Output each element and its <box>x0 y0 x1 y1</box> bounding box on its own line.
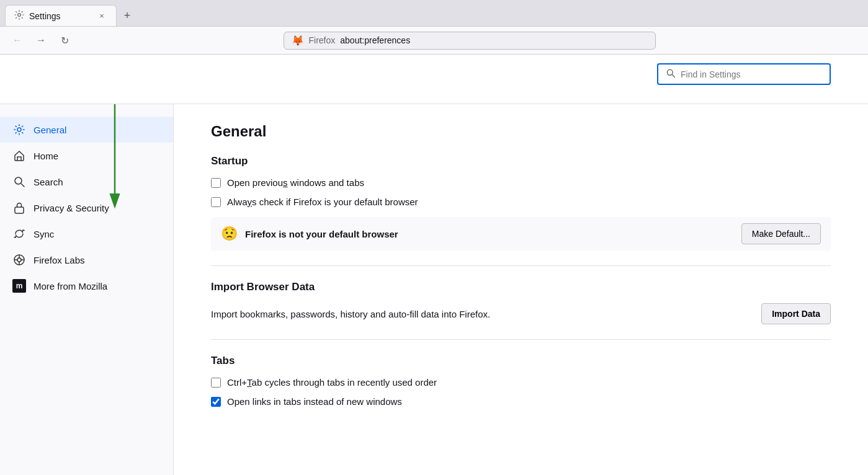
page-title: General <box>211 123 831 140</box>
divider-2 <box>211 339 831 340</box>
sidebar-item-privacy[interactable]: Privacy & Security <box>0 195 173 221</box>
gear-icon <box>12 123 26 136</box>
sidebar-item-home-label: Home <box>34 151 58 161</box>
ctrl-tab-checkbox[interactable] <box>211 378 221 388</box>
startup-section-title: Startup <box>211 155 831 167</box>
sidebar-item-labs-label: Firefox Labs <box>34 255 85 265</box>
import-section-title: Import Browser Data <box>211 281 831 293</box>
tabs-section-title: Tabs <box>211 355 831 367</box>
firefox-icon: 🦊 <box>292 35 304 47</box>
divider-1 <box>211 265 831 266</box>
sidebar-item-sync[interactable]: Sync <box>0 221 173 247</box>
ctrl-tab-row: Ctrl+Tab cycles through tabs in recently… <box>211 377 831 388</box>
open-links-row: Open links in tabs instead of new window… <box>211 396 831 407</box>
url-input[interactable] <box>340 35 647 45</box>
import-row: Import bookmarks, passwords, history and… <box>211 303 831 324</box>
svg-rect-5 <box>15 207 24 213</box>
sidebar-item-mozilla-label: More from Mozilla <box>34 281 107 291</box>
sidebar-item-sync-label: Sync <box>34 229 54 239</box>
sidebar-item-home[interactable]: Home <box>0 143 173 169</box>
svg-point-7 <box>17 258 21 262</box>
ctrl-tab-label[interactable]: Ctrl+Tab cycles through tabs in recently… <box>227 377 437 388</box>
settings-tab-icon <box>14 10 24 22</box>
import-description: Import bookmarks, passwords, history and… <box>211 309 749 319</box>
default-browser-row: Always check if Firefox is your default … <box>211 197 831 207</box>
sidebar-item-privacy-label: Privacy & Security <box>34 203 109 213</box>
sidebar: General Home Search <box>0 104 174 475</box>
make-default-button[interactable]: Make Default... <box>741 223 821 244</box>
sidebar-item-search[interactable]: Search <box>0 169 173 195</box>
new-tab-button[interactable]: + <box>118 6 136 25</box>
search-input[interactable] <box>681 69 822 79</box>
sidebar-item-firefox-labs[interactable]: Firefox Labs <box>0 247 173 273</box>
lock-icon <box>12 201 26 215</box>
labs-icon <box>12 253 26 267</box>
import-data-button[interactable]: Import Data <box>761 303 831 324</box>
svg-point-1 <box>17 128 21 131</box>
sad-emoji: 😟 <box>221 226 238 242</box>
home-icon <box>12 149 26 162</box>
url-bar: 🦊 Firefox <box>284 32 656 50</box>
open-previous-row: Open previous windows and tabs <box>211 177 831 188</box>
search-icon <box>666 68 676 80</box>
reload-button[interactable]: ↻ <box>55 30 74 50</box>
open-links-label[interactable]: Open links in tabs instead of new window… <box>227 396 402 407</box>
svg-point-0 <box>667 69 673 75</box>
default-browser-checkbox[interactable] <box>211 197 221 207</box>
sidebar-item-mozilla[interactable]: m More from Mozilla <box>0 273 173 299</box>
content-area: General Startup Open previous windows an… <box>174 104 868 475</box>
forward-button[interactable]: → <box>31 30 51 50</box>
sidebar-item-general[interactable]: General <box>0 117 173 143</box>
open-links-checkbox[interactable] <box>211 397 221 407</box>
search-sidebar-icon <box>12 175 26 189</box>
default-browser-label[interactable]: Always check if Firefox is your default … <box>227 197 418 207</box>
back-button[interactable]: ← <box>7 30 27 50</box>
open-previous-checkbox[interactable] <box>211 178 221 188</box>
default-browser-banner: 😟 Firefox is not your default browser Ma… <box>211 217 831 251</box>
find-in-settings-bar <box>657 63 831 85</box>
sync-icon <box>12 227 26 241</box>
mozilla-icon: m <box>12 279 26 293</box>
default-browser-text: Firefox is not your default browser <box>245 229 734 239</box>
svg-point-2 <box>15 177 22 184</box>
settings-tab-label: Settings <box>29 11 61 21</box>
open-previous-label[interactable]: Open previous windows and tabs <box>227 177 364 188</box>
firefox-label: Firefox <box>309 35 336 45</box>
tab-close-button[interactable]: × <box>96 11 107 22</box>
settings-tab[interactable]: Settings × <box>5 5 117 26</box>
sidebar-item-general-label: General <box>34 125 66 135</box>
sidebar-item-search-label: Search <box>34 177 63 187</box>
